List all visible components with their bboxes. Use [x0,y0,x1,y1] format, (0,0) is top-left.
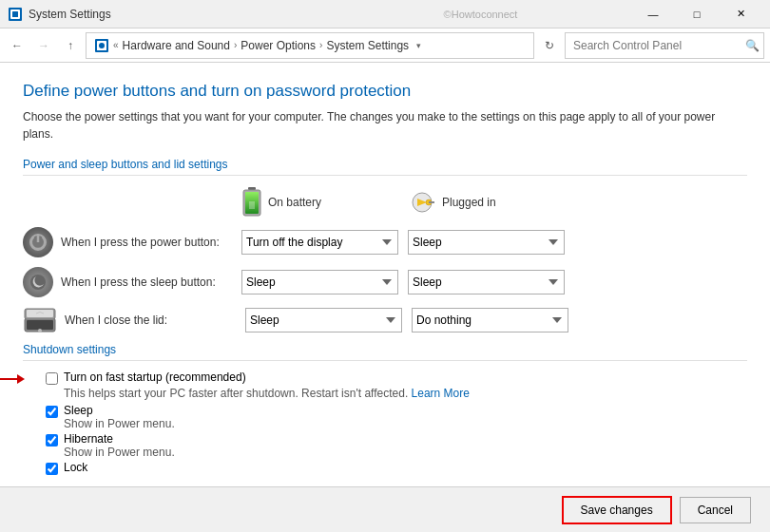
pluggedin-icon [408,191,436,214]
up-button[interactable]: ↑ [59,34,82,57]
back-button[interactable]: ← [6,34,29,57]
sleep-icon-svg [29,273,48,292]
power-column-headers: On battery Plugged in [23,187,747,218]
control-panel-icon [94,38,109,53]
hibernate-checkbox-label[interactable]: Hibernate [64,432,113,446]
sleep-checkbox-content: Sleep Show in Power menu. [64,404,175,430]
fast-startup-container: Turn on fast startup (recommended) This … [23,370,747,400]
maximize-button[interactable]: □ [675,0,719,28]
window-controls: — □ ✕ [631,0,762,28]
watermark: ©Howtoconnect [330,9,631,20]
page-description: Choose the power settings that you want … [23,108,747,142]
shutdown-section: Shutdown settings Turn on fast startup (… [23,343,747,475]
lid-selects: Sleep Do nothing Hibernate Shut down Do … [245,308,578,332]
search-input[interactable] [565,32,764,59]
battery-icon [241,187,262,218]
fast-startup-row: Turn on fast startup (recommended) [46,370,747,385]
power-button-battery-select[interactable]: Turn off the display Do nothing Sleep Hi… [241,230,398,255]
cancel-button[interactable]: Cancel [680,497,751,523]
lid-label: When I close the lid: [65,314,245,327]
power-button-label: When I press the power button: [61,236,241,249]
sleep-button-icon [23,267,53,297]
refresh-button[interactable]: ↻ [538,34,561,57]
svg-point-15 [30,275,46,290]
fast-startup-label[interactable]: Turn on fast startup (recommended) [64,370,246,384]
power-button-icon [23,227,53,257]
arrow-indicator [0,374,25,384]
hibernate-checkbox-content: Hibernate Show in Power menu. [64,432,175,459]
path-sep-1: « [113,40,119,50]
close-button[interactable]: ✕ [719,0,762,28]
page-title: Define power buttons and turn on passwor… [23,82,747,101]
lock-checkbox-label[interactable]: Lock [64,461,87,474]
pluggedin-column-header: Plugged in [408,191,574,214]
power-icon-svg [29,233,48,252]
battery-column-header: On battery [241,187,408,218]
power-section: Power and sleep buttons and lid settings [23,158,747,333]
learn-more-link[interactable]: Learn More [412,387,470,400]
lock-checkbox-content: Lock [64,461,87,474]
fast-startup-desc: This helps start your PC faster after sh… [46,387,747,400]
sleep-button-selects: Sleep Do nothing Hibernate Shut down Sle… [241,270,574,294]
lock-checkbox[interactable] [46,463,58,475]
sleep-checkbox-row: Sleep Show in Power menu. [23,404,747,430]
save-changes-button[interactable]: Save changes [562,496,672,524]
sleep-checkbox[interactable] [46,406,58,418]
forward-button[interactable]: → [32,34,55,57]
sleep-button-row: When I press the sleep button: Sleep Do … [23,267,747,297]
fast-startup-checkbox[interactable] [46,372,58,385]
lid-row: When I close the lid: Sleep Do nothing H… [23,307,747,333]
window-icon [8,7,23,22]
power-section-header: Power and sleep buttons and lid settings [23,158,747,176]
search-wrapper: 🔍 [565,32,764,59]
shutdown-section-header: Shutdown settings [23,343,747,361]
path-power-options: Power Options [241,39,316,52]
sleep-button-label: When I press the sleep button: [61,276,241,289]
svg-point-20 [38,329,42,332]
sleep-button-battery-select[interactable]: Sleep Do nothing Hibernate Shut down [241,270,398,294]
hibernate-checkbox[interactable] [46,434,58,446]
address-bar: ← → ↑ « Hardware and Sound › Power Optio… [0,28,770,63]
svg-rect-2 [12,11,18,17]
svg-rect-9 [249,201,255,209]
title-bar: System Settings ©Howtoconnect — □ ✕ [0,0,770,28]
main-content: Define power buttons and turn on passwor… [0,63,770,486]
lid-icon-svg [23,307,57,333]
address-path[interactable]: « Hardware and Sound › Power Options › S… [86,32,534,59]
power-button-pluggedin-select[interactable]: Sleep Do nothing Hibernate Shut down Tur… [408,230,565,255]
sleep-button-pluggedin-select[interactable]: Sleep Do nothing Hibernate Shut down [408,270,565,294]
path-current: System Settings [326,39,409,52]
pluggedin-label: Plugged in [442,196,496,209]
path-dropdown-icon: ▾ [416,41,421,50]
minimize-button[interactable]: — [631,0,675,28]
power-button-row: When I press the power button: Turn off … [23,227,747,257]
fast-startup-desc-text: This helps start your PC faster after sh… [64,387,412,400]
svg-point-5 [99,43,105,48]
lid-icon [23,307,57,333]
lid-battery-select[interactable]: Sleep Do nothing Hibernate Shut down [245,308,402,332]
path-sep-3: › [319,40,322,50]
path-sep-2: › [234,40,237,50]
arrow-line [0,378,17,380]
arrow-head [17,374,25,384]
search-button[interactable]: 🔍 [741,35,762,56]
path-hardware: Hardware and Sound [123,39,230,52]
power-button-selects: Turn off the display Do nothing Sleep Hi… [241,230,574,255]
lock-checkbox-row: Lock [23,461,747,475]
sleep-checkbox-desc: Show in Power menu. [64,417,175,430]
hibernate-checkbox-row: Hibernate Show in Power menu. [23,432,747,459]
bottom-bar: Save changes Cancel [0,486,770,532]
sleep-checkbox-label[interactable]: Sleep [64,404,93,417]
svg-rect-19 [27,310,53,317]
svg-rect-17 [27,320,53,330]
lid-pluggedin-select[interactable]: Do nothing Sleep Hibernate Shut down [412,308,568,332]
hibernate-checkbox-desc: Show in Power menu. [64,446,175,459]
battery-label: On battery [268,196,321,209]
window-title: System Settings [29,8,330,21]
